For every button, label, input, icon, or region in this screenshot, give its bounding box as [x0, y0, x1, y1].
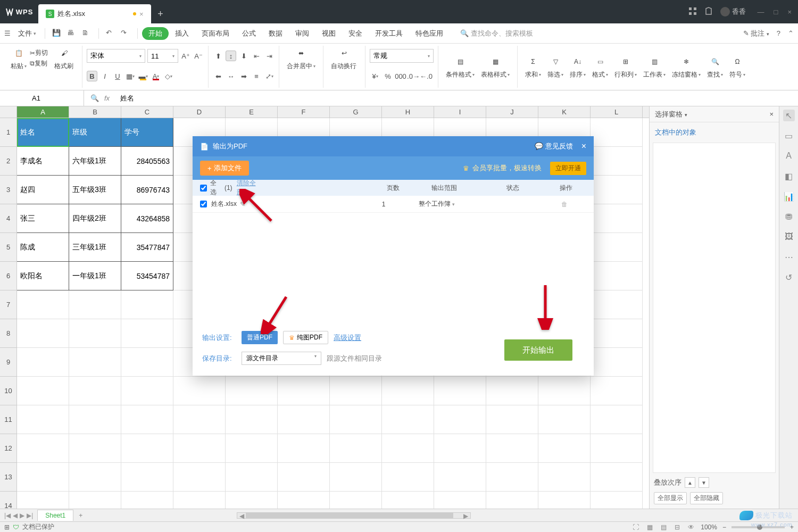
close-dialog-icon[interactable]: ×: [581, 142, 586, 151]
normal-pdf-button[interactable]: 普通PDF: [242, 331, 278, 344]
last-sheet-icon[interactable]: ▶|: [27, 512, 33, 519]
hide-all-button[interactable]: 全部隐藏: [690, 492, 723, 504]
row-header[interactable]: 11: [0, 405, 17, 434]
cell[interactable]: [69, 319, 121, 348]
cell[interactable]: 六年级1班: [69, 147, 121, 176]
cell[interactable]: 四年级2班: [69, 204, 121, 233]
cell[interactable]: [434, 377, 486, 405]
cell[interactable]: [591, 262, 643, 290]
col-header-L[interactable]: L: [591, 106, 643, 118]
select-all-corner[interactable]: [0, 106, 17, 118]
cell[interactable]: [278, 377, 330, 405]
cell[interactable]: [434, 434, 486, 463]
font-color-button[interactable]: A: [151, 71, 161, 81]
col-header-I[interactable]: I: [434, 106, 486, 118]
cell[interactable]: [591, 176, 643, 204]
first-sheet-icon[interactable]: |◀: [4, 512, 11, 519]
cell[interactable]: [330, 377, 382, 405]
close-tab-icon[interactable]: ×: [139, 10, 144, 18]
edit-file-icon[interactable]: ✎: [240, 201, 245, 208]
cell[interactable]: [538, 434, 591, 463]
align-bottom-icon[interactable]: ⬇: [238, 51, 249, 61]
user-badge[interactable]: 香香: [720, 7, 746, 16]
cell[interactable]: [382, 492, 434, 509]
delete-file-icon[interactable]: 🗑: [543, 201, 586, 208]
cell[interactable]: [17, 290, 69, 319]
cell[interactable]: [173, 463, 226, 492]
next-sheet-icon[interactable]: ▶: [20, 512, 24, 519]
decimal-increase-icon[interactable]: .0→: [408, 71, 419, 81]
formula-content[interactable]: 姓名: [116, 94, 134, 103]
table-style-button[interactable]: ▦表格样式: [478, 46, 513, 88]
layers-icon[interactable]: ◧: [783, 170, 795, 182]
cell[interactable]: [434, 405, 486, 434]
cell[interactable]: [278, 492, 330, 509]
row-header[interactable]: 10: [0, 377, 17, 405]
page-layout-icon[interactable]: ▤: [659, 523, 668, 531]
cell[interactable]: 陈成: [17, 233, 69, 262]
align-center-icon[interactable]: ↔: [226, 71, 236, 81]
border-button[interactable]: ▦: [125, 71, 136, 81]
italic-button[interactable]: I: [99, 71, 110, 81]
align-right-icon[interactable]: ➡: [238, 71, 249, 81]
row-header[interactable]: 4: [0, 204, 17, 233]
zoom-out-icon[interactable]: −: [722, 523, 726, 531]
cell[interactable]: [226, 405, 278, 434]
skin-icon[interactable]: [704, 7, 713, 17]
cell[interactable]: [226, 492, 278, 509]
cell[interactable]: 李成名: [17, 147, 69, 176]
normal-view-icon[interactable]: ▦: [645, 523, 654, 531]
cell[interactable]: 五年级3班: [69, 176, 121, 204]
file-checkbox[interactable]: [200, 201, 207, 207]
tab-dev[interactable]: 开发工具: [369, 29, 409, 38]
file-range[interactable]: 整个工作簿 ▾: [400, 200, 474, 209]
cell[interactable]: [591, 348, 643, 377]
cell[interactable]: [591, 377, 643, 405]
tab-layout[interactable]: 页面布局: [195, 29, 236, 38]
tab-insert[interactable]: 插入: [169, 29, 195, 38]
cell[interactable]: 53454787: [121, 262, 173, 290]
pure-image-pdf-button[interactable]: ♛纯图PDF: [283, 331, 328, 344]
cell[interactable]: [121, 290, 173, 319]
picture-icon[interactable]: 🖼: [783, 231, 795, 243]
col-header-A[interactable]: A: [17, 106, 69, 118]
cell[interactable]: [173, 434, 226, 463]
align-top-icon[interactable]: ⬆: [213, 51, 223, 61]
cell[interactable]: [17, 348, 69, 377]
print-preview-icon[interactable]: 🗎: [82, 29, 92, 38]
format-painter-button[interactable]: 🖌 格式刷: [51, 46, 78, 71]
indent-decrease-icon[interactable]: ⇤: [251, 51, 262, 61]
move-up-button[interactable]: ▲: [685, 477, 695, 488]
cell[interactable]: [69, 463, 121, 492]
start-export-button[interactable]: 开始输出: [504, 339, 572, 361]
style-icon[interactable]: A: [783, 150, 795, 162]
cell[interactable]: [591, 204, 643, 233]
col-header-D[interactable]: D: [173, 106, 226, 118]
zoom-label[interactable]: 100%: [701, 523, 717, 531]
merge-button[interactable]: ⬌ 合并居中: [284, 46, 319, 71]
font-family-select[interactable]: 宋体: [87, 49, 145, 63]
bold-button[interactable]: B: [87, 71, 97, 81]
cell[interactable]: [538, 492, 591, 509]
freeze-button[interactable]: ❄冻结窗格: [669, 46, 704, 88]
cell[interactable]: [538, 463, 591, 492]
analysis-icon[interactable]: 📊: [783, 190, 795, 202]
cell[interactable]: [121, 319, 173, 348]
dialog-file-row[interactable]: 姓名.xlsx ✎ 1 整个工作簿 ▾ 🗑: [193, 196, 594, 213]
cell[interactable]: [69, 377, 121, 405]
advanced-settings-link[interactable]: 高级设置: [334, 333, 361, 343]
tab-data[interactable]: 数据: [262, 29, 289, 38]
cell[interactable]: [538, 405, 591, 434]
find-button[interactable]: 🔍查找: [704, 46, 726, 88]
format-button[interactable]: ▭格式: [589, 46, 611, 88]
command-search[interactable]: 🔍 查找命令、搜索模板: [460, 29, 533, 38]
cell[interactable]: [278, 463, 330, 492]
paste-button[interactable]: 📋 粘贴: [7, 46, 30, 71]
properties-icon[interactable]: ▭: [783, 130, 795, 142]
cell[interactable]: 欧阳名: [17, 262, 69, 290]
cell[interactable]: 35477847: [121, 233, 173, 262]
cell[interactable]: 86976743: [121, 176, 173, 204]
cell[interactable]: [69, 405, 121, 434]
cell[interactable]: [486, 377, 538, 405]
upgrade-button[interactable]: 立即开通: [550, 162, 586, 175]
